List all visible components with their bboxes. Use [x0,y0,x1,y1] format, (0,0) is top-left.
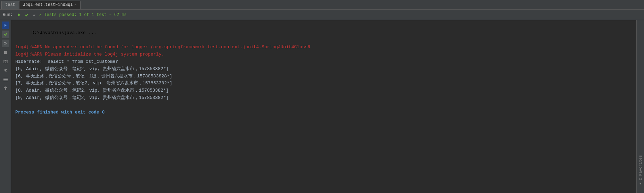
favorites-label[interactable]: ★ 2 Favorites [638,155,643,186]
svg-marker-9 [4,86,7,90]
console-line-3: Hibernate: select * from cst_customer [15,58,632,66]
check-sidebar-icon[interactable] [2,31,9,38]
favorites-text: 2 Favorites [638,155,643,181]
svg-rect-6 [3,78,8,78]
play-sidebar-icon[interactable] [2,22,9,29]
camera-sidebar-icon[interactable] [2,58,9,65]
tab-jpql[interactable]: JpqlTest.testFindSql ✕ [19,1,80,9]
cmd-highlight: D:\Java\bin\java.exe ... [32,30,96,35]
svg-rect-3 [3,60,8,63]
wrench-sidebar-icon[interactable] [2,67,9,74]
console-line-2: log4j:WARN Please initialize the log4j s… [15,51,632,58]
console-line-1: log4j:WARN No appenders could be found f… [15,44,632,51]
list-sidebar-icon[interactable] [2,76,9,83]
right-sidebar: ★ 2 Favorites [636,20,644,193]
tab-close-icon[interactable]: ✕ [75,3,77,7]
tab-bar: test JpqlTest.testFindSql ✕ [0,0,644,10]
console-line-5: [6, 学无止路，微信公众号，笔记，1级，贵州省六盘水市，15788533828… [15,73,632,80]
console-line-6: [7, 学无止路，微信公众号，笔记2, vip, 贵州省六盘水市，1578533… [15,80,632,87]
tab-test[interactable]: test [1,1,19,9]
svg-rect-5 [5,60,6,61]
console-panel[interactable]: D:\Java\bin\java.exe ... log4j:WARN No a… [11,20,636,193]
chevron-right-icon[interactable]: » [32,12,37,18]
console-line-7: [8, Adair, 微信公众号，笔记2, vip, 贵州省六盘水市，15785… [15,87,632,94]
svg-rect-7 [3,79,8,80]
run-toolbar: Run: » ✓ Tests passed: 1 of 1 test – 62 … [0,10,644,20]
console-line-exit: Process finished with exit code 0 [15,109,632,116]
svg-point-4 [5,61,6,62]
console-line-8: [9, Adair, 微信公众号，笔记2, vip, 贵州省六盘水市，15785… [15,94,632,102]
svg-rect-8 [3,81,8,81]
left-sidebar: » [0,20,11,193]
stop-sidebar-icon[interactable] [2,49,9,56]
check-icon[interactable] [24,12,29,18]
chevron-sidebar-icon[interactable]: » [2,40,9,47]
console-line-blank [15,102,632,109]
console-line-4: [5, Adair, 微信公众号，笔记2, vip, 贵州省六盘水市，15785… [15,66,632,73]
test-status: ✓ Tests passed: 1 of 1 test – 62 ms [39,12,127,17]
tab-test-label: test [5,2,15,7]
svg-marker-0 [18,13,20,17]
svg-rect-2 [4,51,7,54]
star-icon: ★ [638,182,643,186]
run-icon[interactable] [16,12,22,18]
test-status-text: Tests passed: 1 of 1 test – 62 ms [44,12,127,17]
pin-sidebar-icon[interactable] [2,85,9,92]
console-line-0: D:\Java\bin\java.exe ... [15,22,632,44]
svg-marker-1 [5,24,7,27]
tab-jpql-label: JpqlTest.testFindSql [23,2,73,7]
check-mark: ✓ [39,12,42,17]
run-label: Run: [3,12,13,17]
main-area: » D:\Java\bin\java.exe ... log4j:WARN No… [0,20,644,193]
